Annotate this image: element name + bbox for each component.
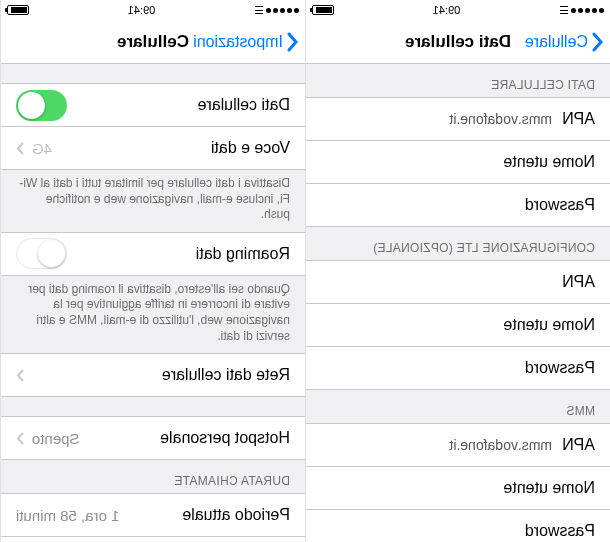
row-label: Hotspot personale xyxy=(80,429,290,447)
row-label: APN xyxy=(562,436,595,454)
row-label: Password xyxy=(525,196,595,214)
footer-dati: Disattiva i dati cellulare per limitare … xyxy=(1,170,305,233)
row-periodo-attuale: Periodo attuale 1 ora, 58 minuti xyxy=(1,493,305,537)
row-hotspot[interactable]: Hotspot personale Spento xyxy=(1,416,305,460)
row-label: Rete dati cellulare xyxy=(32,366,290,384)
row-mms-password[interactable]: Password xyxy=(306,509,610,542)
row-label: Voce e dati xyxy=(52,139,290,157)
row-password[interactable]: Password xyxy=(306,183,610,227)
settings-content: Dati cellulare Voce e dati 4G Disattiva … xyxy=(1,64,305,542)
back-button[interactable]: Impostazioni xyxy=(193,32,299,52)
status-time: 09:41 xyxy=(128,4,156,16)
phone-left-cellulare: ☰ 09:41 Impostazioni Cellulare Dati cell… xyxy=(0,0,305,542)
row-value: 1 ora, 58 minuti xyxy=(16,507,119,524)
chevron-right-icon xyxy=(16,432,24,445)
signal-icon xyxy=(571,8,604,13)
row-nome-utente[interactable]: Nome utente xyxy=(306,140,610,184)
row-label: Periodo attuale xyxy=(119,506,290,524)
row-value: Spento xyxy=(32,430,80,447)
row-voce-dati[interactable]: Voce e dati 4G xyxy=(1,126,305,170)
row-mms-nome-utente[interactable]: Nome utente xyxy=(306,466,610,510)
row-durata-totale: Durata totale 1 ora, 58 minuti xyxy=(1,536,305,542)
row-label: Roaming dati xyxy=(67,245,290,263)
row-label: Password xyxy=(525,522,595,540)
row-label: Password xyxy=(525,359,595,377)
nav-bar: Impostazioni Cellulare xyxy=(1,20,305,64)
apn-input[interactable]: mms.vodafone.it xyxy=(321,111,552,127)
status-time: 09:41 xyxy=(433,4,461,16)
back-label: Cellulare xyxy=(525,33,588,51)
row-label: APN xyxy=(562,110,595,128)
signal-icon xyxy=(266,8,299,13)
back-label: Impostazioni xyxy=(193,33,283,51)
row-label: Nome utente xyxy=(503,479,595,497)
footer-roaming: Quando sei all'estero, disattiva il roam… xyxy=(1,276,305,354)
row-roaming[interactable]: Roaming dati xyxy=(1,232,305,276)
row-lte-nome-utente[interactable]: Nome utente xyxy=(306,303,610,347)
toggle-dati-cellulare[interactable] xyxy=(16,90,67,121)
row-rete-dati[interactable]: Rete dati cellulare xyxy=(1,353,305,397)
chevron-left-icon xyxy=(592,32,604,52)
battery-icon xyxy=(312,5,334,15)
nav-bar: Cellulare Dati cellulare xyxy=(306,20,610,64)
row-lte-password[interactable]: Password xyxy=(306,346,610,390)
row-apn[interactable]: APN mms.vodafone.it xyxy=(306,97,610,141)
status-bar: ☰ 09:41 xyxy=(306,0,610,20)
group-header-mms: MMS xyxy=(306,390,610,424)
mms-apn-input[interactable]: mms.vodafone.it xyxy=(321,437,552,453)
status-bar: ☰ 09:41 xyxy=(1,0,305,20)
back-button[interactable]: Cellulare xyxy=(525,32,604,52)
group-header-lte: CONFIGURAZIONE LTE (OPZIONALE) xyxy=(306,227,610,261)
row-label: APN xyxy=(562,273,595,291)
row-lte-apn[interactable]: APN xyxy=(306,260,610,304)
row-label: Dati cellulare xyxy=(67,96,290,114)
wifi-icon: ☰ xyxy=(559,4,569,17)
row-mms-apn[interactable]: APN mms.vodafone.it xyxy=(306,423,610,467)
chevron-right-icon xyxy=(16,369,24,382)
group-header-dati-cellulare: DATI CELLULARE xyxy=(306,64,610,98)
chevron-right-icon xyxy=(16,142,24,155)
phone-right-dati-cellulare: ☰ 09:41 Cellulare Dati cellulare DATI CE… xyxy=(305,0,610,542)
apn-content: DATI CELLULARE APN mms.vodafone.it Nome … xyxy=(306,64,610,542)
toggle-roaming[interactable] xyxy=(16,238,67,269)
row-label: Nome utente xyxy=(503,153,595,171)
battery-icon xyxy=(7,5,29,15)
group-header-durata: DURATA CHIAMATE xyxy=(1,460,305,494)
row-value: 4G xyxy=(32,140,52,157)
row-label: Nome utente xyxy=(503,316,595,334)
chevron-left-icon xyxy=(287,32,299,52)
row-dati-cellulare[interactable]: Dati cellulare xyxy=(1,83,305,127)
wifi-icon: ☰ xyxy=(254,4,264,17)
